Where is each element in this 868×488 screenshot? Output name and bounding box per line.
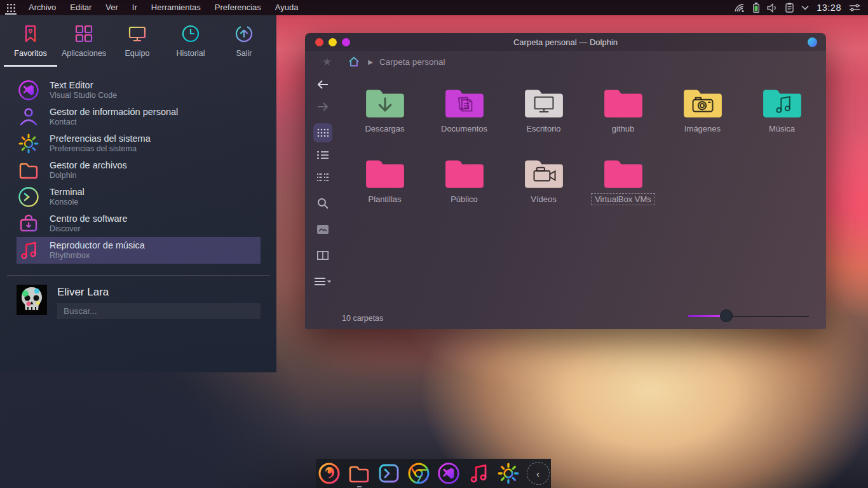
maximize-button[interactable] (342, 38, 350, 46)
volume-icon[interactable] (767, 3, 778, 13)
menu-ir[interactable]: Ir (125, 0, 144, 15)
app-title: Preferencias del sistema (50, 133, 151, 144)
split-view-button[interactable] (313, 246, 332, 265)
folder-virtualbox-vms[interactable]: VirtualBox VMs (583, 154, 663, 225)
logout-icon (234, 24, 254, 43)
tab-salir[interactable]: Salir (217, 24, 271, 67)
window-title: Carpeta personal — Dolphin (513, 37, 618, 47)
tab-historial[interactable]: Historial (164, 24, 217, 67)
menu-ver[interactable]: Ver (98, 0, 125, 15)
vscode-icon (18, 79, 39, 101)
app-title: Centro de software (50, 214, 128, 224)
preview-button[interactable] (313, 220, 332, 239)
app-title: Gestor de información personal (50, 107, 178, 118)
folder-label: Música (765, 123, 799, 135)
clock[interactable]: 13:28 (817, 3, 841, 13)
folder-descargas[interactable]: Descargas (345, 84, 424, 154)
titlebar[interactable]: Carpeta personal — Dolphin (305, 33, 826, 51)
search-button[interactable] (313, 194, 332, 213)
zoom-slider-empty-track (728, 316, 809, 317)
window-menu-button[interactable] (808, 37, 817, 47)
tune-icon[interactable] (849, 3, 860, 12)
app-subtitle: Preferencias del sistema (50, 144, 151, 154)
icons-view-button[interactable] (313, 123, 332, 142)
app-row-rhythmbox[interactable]: Reproductor de música Rhythmbox (17, 237, 261, 264)
user-section: Eliver Lara (0, 276, 276, 319)
compact-view-button[interactable] (313, 168, 332, 187)
software-bag-icon (18, 213, 39, 234)
app-row-text-editor[interactable]: Text Editor Visual Studio Code (17, 77, 261, 104)
bookmark-heart-icon (21, 24, 40, 43)
list-view-button[interactable] (313, 146, 332, 165)
window-controls (315, 38, 350, 46)
folder-imagenes[interactable]: Imágenes (663, 84, 742, 154)
home-icon[interactable] (348, 55, 360, 68)
avatar[interactable] (17, 285, 47, 315)
dock-music-icon[interactable] (466, 461, 491, 485)
folder-videos[interactable]: Vídeos (504, 154, 583, 225)
side-toolbar (305, 75, 341, 294)
zoom-slider-handle[interactable] (720, 309, 733, 322)
network-icon[interactable] (735, 3, 745, 13)
clock-icon (181, 24, 200, 43)
dock-settings-gear-icon[interactable] (496, 461, 520, 485)
dock-chrome-icon[interactable] (407, 461, 431, 485)
forward-button[interactable] (313, 97, 332, 116)
gear-icon (18, 133, 39, 154)
menu-preferencias[interactable]: Preferencias (208, 0, 268, 15)
clipboard-icon[interactable] (785, 3, 794, 13)
monitor-icon (128, 24, 147, 43)
tab-label: Salir (236, 49, 252, 58)
folder-github[interactable]: github (583, 84, 663, 154)
folder-label: Descargas (361, 123, 408, 135)
tab-favoritos[interactable]: Favoritos (4, 24, 57, 67)
battery-icon[interactable] (753, 3, 759, 13)
search-input[interactable] (57, 303, 261, 319)
dock-terminal-icon[interactable] (377, 461, 401, 485)
tab-aplicaciones[interactable]: Aplicaciones (57, 24, 111, 67)
app-row-kontact[interactable]: Gestor de información personal Kontact (17, 104, 261, 130)
app-row-discover[interactable]: Centro de software Discover (17, 210, 261, 237)
folder-label: Público (447, 193, 482, 205)
apps-grid-icon (74, 24, 93, 43)
tab-label: Historial (176, 49, 205, 58)
dock-vscode-icon[interactable] (437, 461, 461, 485)
menu-editar[interactable]: Editar (63, 0, 98, 15)
star-icon[interactable]: ★ (322, 55, 332, 69)
app-subtitle: Dolphin (50, 171, 127, 180)
folder-label: Escritorio (522, 123, 564, 135)
tab-label: Favoritos (14, 49, 46, 58)
dock-hide-panel-icon[interactable]: ‹ (526, 461, 550, 485)
dock-firefox-icon[interactable] (317, 461, 341, 485)
menu-ayuda[interactable]: Ayuda (268, 0, 306, 15)
zoom-slider[interactable] (688, 309, 809, 322)
folder-icon (18, 159, 39, 181)
app-title: Gestor de archivos (50, 160, 127, 171)
status-text: 10 carpetas (342, 314, 383, 323)
dock-file-manager-icon[interactable] (347, 461, 371, 485)
tab-label: Equipo (125, 49, 150, 58)
folder-label: Imágenes (681, 123, 724, 135)
folder-publico[interactable]: Público (424, 154, 504, 225)
app-row-preferencias[interactable]: Preferencias del sistema Preferencias de… (17, 130, 261, 157)
menu-herramientas[interactable]: Herramientas (144, 0, 208, 15)
breadcrumb-path[interactable]: Carpeta personal (379, 57, 445, 67)
hamburger-menu-button[interactable] (313, 272, 332, 291)
breadcrumb: ★ ▶ Carpeta personal (305, 51, 826, 72)
app-subtitle: Kontact (50, 118, 178, 127)
folder-plantillas[interactable]: Plantillas (345, 154, 424, 225)
menu-archivo[interactable]: Archivo (22, 0, 63, 15)
back-button[interactable] (313, 75, 332, 94)
folder-musica[interactable]: Música (742, 84, 822, 154)
app-row-dolphin[interactable]: Gestor de archivos Dolphin (17, 157, 261, 184)
close-button[interactable] (315, 38, 323, 46)
folder-documentos[interactable]: Documentos (424, 84, 504, 154)
chevron-down-icon[interactable] (801, 5, 809, 10)
tab-label: Aplicaciones (62, 49, 106, 58)
app-launcher-grid-icon[interactable] (0, 0, 22, 15)
chevron-left-icon: ‹ (527, 462, 550, 485)
tab-equipo[interactable]: Equipo (111, 24, 164, 67)
minimize-button[interactable] (329, 38, 337, 46)
app-row-konsole[interactable]: Terminal Konsole (17, 184, 261, 210)
folder-escritorio[interactable]: Escritorio (504, 84, 583, 154)
